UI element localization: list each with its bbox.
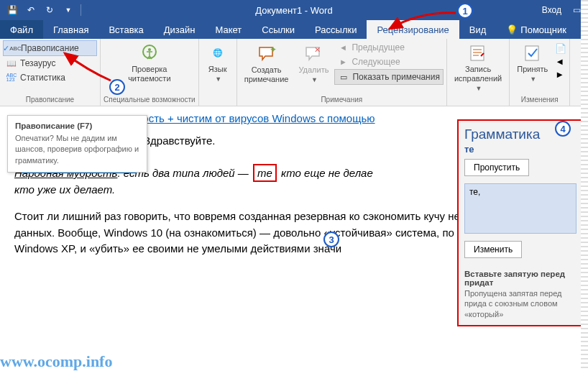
prev-change-icon[interactable]: ◄ [555,56,566,67]
statistics-icon: ABC123 [6,72,17,83]
show-comments-icon: ▭ [338,71,349,83]
ribbon-tabs: Файл Главная Вставка Дизайн Макет Ссылки… [0,20,588,39]
tab-references[interactable]: Ссылки [252,20,305,39]
separator [81,4,81,16]
btn-next-comment: ► Следующее [334,55,444,69]
skip-button[interactable]: Пропустить [464,159,529,176]
tab-view[interactable]: Вид [459,20,497,39]
svg-point-1 [148,48,151,51]
group-label-changes: Изменения [513,94,566,106]
btn-prev-comment: ◄ Предыдущее [334,40,444,55]
tab-help[interactable]: 💡 Помощник [496,20,576,39]
tab-insert[interactable]: Вставка [98,20,153,39]
group-language: 🌐 Язык ▼ [199,39,237,106]
prev-comment-icon: ◄ [337,42,349,53]
dropdown-icon: ▼ [311,76,318,84]
lightbulb-icon: 💡 [506,24,518,35]
annotation-arrow-1 [384,9,463,33]
tab-home[interactable]: Главная [43,20,98,39]
group-label-accessibility: Специальные возможности [104,94,196,106]
pane-help-title: Вставьте запятую перед придат [464,270,576,287]
callout-badge-2: 2 [109,79,125,95]
redo-icon[interactable]: ↻ [42,2,58,18]
group-label-proofing: Правописание [3,94,97,106]
accessibility-icon [138,43,161,63]
grammar-pane: Грамматика те Пропустить те, Изменить Вс… [457,119,584,326]
new-comment-icon: ✦ [255,44,278,64]
svg-text:✦: ✦ [270,45,277,55]
tab-design[interactable]: Дизайн [154,20,206,39]
title-bar: 💾 ↶ ↻ ▼ Документ1 - Word Вход ▭ [0,0,588,20]
thesaurus-icon: 📖 [6,58,17,69]
change-button[interactable]: Изменить [464,241,522,258]
btn-show-comments[interactable]: ▭ Показать примечания [334,69,444,85]
reject-icon[interactable]: 📄 [555,43,566,54]
suggestion-item[interactable]: те, [464,183,576,234]
login-link[interactable]: Вход [542,5,561,15]
delete-comment-icon: ✕ [302,44,325,64]
btn-track-changes[interactable]: Запись исправлений ▼ [450,40,506,93]
quick-access-toolbar: 💾 ↶ ↻ ▼ [0,2,83,18]
document-title: Документ1 - Word [255,5,332,16]
btn-delete-comment: ✕ Удалить ▼ [294,40,333,85]
callout-badge-3: 3 [323,232,339,247]
accept-icon [521,43,544,63]
annotation-arrow-2 [59,49,116,85]
group-label-comments: Примечания [240,94,444,106]
tooltip-spelling: Правописание (F7) Опечатки? Мы не дадим … [7,115,147,173]
next-change-icon[interactable]: ► [555,69,566,80]
track-changes-icon [467,43,490,63]
tab-mailings[interactable]: Рассылки [305,20,367,39]
dropdown-icon: ▼ [530,75,536,83]
dropdown-icon: ▼ [215,75,221,83]
svg-rect-4 [471,46,484,60]
ribbon-options-icon[interactable]: ▭ [573,5,581,15]
btn-new-comment[interactable]: ✦ Создать примечание [240,40,293,85]
tab-file[interactable]: Файл [0,20,43,39]
svg-text:✕: ✕ [314,45,321,54]
svg-rect-5 [525,46,538,60]
torn-edge [581,0,588,371]
tab-layout[interactable]: Макет [205,20,252,39]
language-icon: 🌐 [206,43,229,63]
tooltip-body: Опечатки? Мы не дадим им шансов, провери… [15,134,139,165]
btn-accept[interactable]: Принять ▼ [513,40,552,83]
callout-badge-1: 1 [457,3,473,19]
spelling-check-icon: ✓ABC [6,42,18,54]
group-changes: Принять ▼ 📄 ◄ ► Изменения [510,39,570,106]
btn-check-accessibility[interactable]: Проверка читаемости [104,40,196,83]
undo-icon[interactable]: ↶ [23,2,39,18]
pane-help-body: Пропущена запятая перед прида с союзным … [464,288,576,319]
group-tracking: Запись исправлений ▼ [447,39,510,106]
save-icon[interactable]: 💾 [4,2,20,18]
qat-customize-icon[interactable]: ▼ [60,2,76,18]
grammar-error-word[interactable]: те [253,164,277,182]
callout-badge-4: 4 [555,121,571,137]
next-comment-icon: ► [337,56,349,68]
pane-error-word: те [464,144,576,155]
btn-language[interactable]: 🌐 Язык ▼ [202,40,234,83]
tooltip-title: Правописание (F7) [15,122,139,130]
group-comments: ✦ Создать примечание ✕ Удалить ▼ ◄ Преды… [237,39,447,106]
dropdown-icon: ▼ [476,85,482,93]
